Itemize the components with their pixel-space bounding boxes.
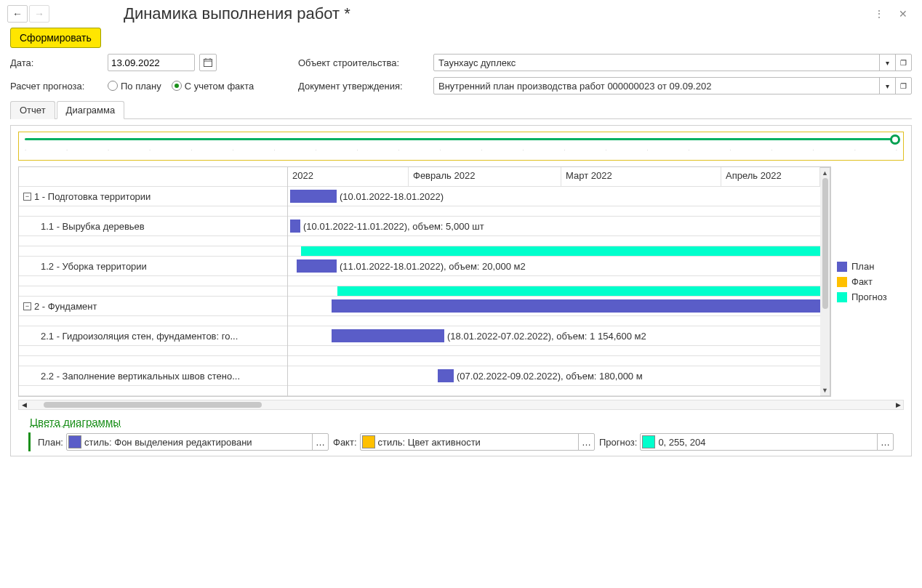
slider-ticks: ······················ bbox=[25, 147, 897, 153]
hscroll-thumb[interactable] bbox=[44, 402, 262, 408]
plan-color-label: План: bbox=[38, 437, 63, 448]
legend-swatch-plan bbox=[837, 262, 847, 272]
gantt-bar-forecast[interactable] bbox=[301, 246, 820, 256]
task-label: 1.1 - Вырубка деревьев bbox=[41, 221, 145, 232]
fact-color-value: стиль: Цвет активности bbox=[378, 437, 578, 448]
radio-by-plan-label: По плану bbox=[121, 81, 161, 92]
task-label: 2 - Фундамент bbox=[34, 301, 97, 312]
task-label: 2.2 - Заполнение вертикальных швов стено… bbox=[41, 371, 240, 382]
month-header: 2022 bbox=[288, 167, 409, 186]
object-value: Таунхаус дуплекс bbox=[434, 57, 879, 68]
gantt-tasks-column: − 1 - Подготовка территории 1.1 - Вырубк… bbox=[19, 167, 288, 396]
task-label: 1 - Подготовка территории bbox=[34, 191, 151, 202]
collapse-icon[interactable]: − bbox=[23, 193, 31, 201]
forecast-color-label: Прогноз: bbox=[599, 437, 637, 448]
gantt-bar-plan[interactable] bbox=[438, 369, 454, 382]
date-input[interactable] bbox=[108, 54, 195, 71]
date-label: Дата: bbox=[10, 57, 102, 68]
doc-dropdown-icon[interactable]: ▾ bbox=[879, 78, 895, 94]
chart-colors-link[interactable]: Цвета диаграммы bbox=[30, 416, 121, 428]
nav-forward-button: → bbox=[29, 5, 49, 23]
ellipsis-icon[interactable]: … bbox=[312, 434, 328, 450]
legend-fact-label: Факт bbox=[851, 276, 873, 287]
legend-swatch-forecast bbox=[837, 292, 847, 302]
tab-report[interactable]: Отчет bbox=[10, 101, 55, 119]
radio-with-fact-label: С учетом факта bbox=[185, 81, 254, 92]
slider-track bbox=[25, 138, 897, 140]
radio-icon bbox=[172, 81, 182, 91]
doc-label: Документ утверждения: bbox=[298, 81, 428, 92]
task-label: 1.2 - Уборка территории bbox=[41, 261, 147, 272]
object-combo[interactable]: Таунхаус дуплекс ▾ ❐ bbox=[433, 54, 912, 71]
ellipsis-icon[interactable]: … bbox=[877, 434, 893, 450]
task-row-group[interactable]: − 2 - Фундамент bbox=[19, 297, 287, 316]
forecast-calc-label: Расчет прогноза: bbox=[10, 81, 102, 92]
generate-button[interactable]: Сформировать bbox=[10, 28, 101, 48]
gantt-bar-forecast[interactable] bbox=[337, 286, 820, 296]
more-icon[interactable]: ⋮ bbox=[874, 8, 884, 20]
scroll-right-icon[interactable]: ▶ bbox=[893, 401, 903, 408]
forecast-color-picker[interactable]: 0, 255, 204 … bbox=[640, 433, 894, 451]
month-header: Февраль 2022 bbox=[409, 167, 561, 186]
close-icon[interactable]: ✕ bbox=[899, 8, 907, 20]
task-row[interactable]: 1.1 - Вырубка деревьев bbox=[19, 217, 287, 236]
bar-label: (07.02.2022-09.02.2022), объем: 180,000 … bbox=[457, 371, 643, 382]
gantt-bar-plan[interactable] bbox=[297, 259, 337, 273]
fact-color-swatch bbox=[362, 435, 375, 448]
month-header: Апрель 2022 bbox=[721, 167, 820, 186]
bar-label: (18.01.2022-07.02.2022), объем: 1 154,60… bbox=[447, 331, 646, 342]
radio-with-fact[interactable]: С учетом факта bbox=[172, 81, 254, 92]
legend-swatch-fact bbox=[837, 277, 847, 287]
horizontal-scrollbar[interactable]: ◀ ▶ bbox=[18, 400, 904, 410]
plan-color-swatch bbox=[68, 435, 81, 448]
bar-label: (10.01.2022-11.01.2022), объем: 5,000 шт bbox=[303, 221, 484, 232]
scroll-up-icon[interactable]: ▲ bbox=[822, 169, 828, 177]
ellipsis-icon[interactable]: … bbox=[578, 434, 594, 450]
svg-rect-0 bbox=[204, 60, 212, 67]
radio-icon bbox=[108, 81, 118, 91]
gantt-timeline: 2022 Февраль 2022 Март 2022 Апрель 2022 … bbox=[288, 167, 820, 396]
nav-back-button[interactable]: ← bbox=[7, 5, 28, 23]
tab-diagram[interactable]: Диаграмма bbox=[57, 101, 125, 119]
doc-open-icon[interactable]: ❐ bbox=[895, 78, 911, 94]
gantt-bar-plan[interactable] bbox=[332, 299, 820, 313]
scroll-left-icon[interactable]: ◀ bbox=[19, 401, 29, 408]
task-row[interactable]: 2.1 - Гидроизоляция стен, фундаментов: г… bbox=[19, 326, 287, 346]
forecast-color-value: 0, 255, 204 bbox=[658, 437, 877, 448]
accent-bar bbox=[28, 432, 31, 451]
gantt-legend: План Факт Прогноз bbox=[831, 166, 904, 397]
task-row-group[interactable]: − 1 - Подготовка территории bbox=[19, 187, 287, 206]
legend-plan-label: План bbox=[851, 261, 874, 272]
plan-color-value: стиль: Фон выделения редактировани bbox=[84, 437, 312, 448]
month-header: Март 2022 bbox=[561, 167, 721, 186]
scroll-down-icon[interactable]: ▼ bbox=[822, 387, 828, 394]
fact-color-label: Факт: bbox=[333, 437, 357, 448]
legend-forecast-label: Прогноз bbox=[851, 291, 887, 302]
object-dropdown-icon[interactable]: ▾ bbox=[879, 55, 895, 71]
vertical-scrollbar[interactable]: ▲ ▼ bbox=[820, 167, 830, 396]
gantt-bar-plan[interactable] bbox=[332, 329, 444, 342]
chart-panel: ······················ − 1 - Подготовка … bbox=[10, 125, 912, 456]
timeline-slider[interactable]: ······················ bbox=[18, 132, 904, 161]
gantt-bar-plan[interactable] bbox=[290, 220, 300, 233]
gantt-bar-plan[interactable] bbox=[290, 190, 337, 203]
object-label: Объект строительства: bbox=[298, 57, 428, 68]
calendar-icon[interactable] bbox=[199, 54, 217, 71]
doc-value: Внутренний план производства работ 00000… bbox=[434, 81, 879, 92]
collapse-icon[interactable]: − bbox=[23, 302, 31, 310]
task-row[interactable]: 1.2 - Уборка территории bbox=[19, 257, 287, 276]
task-label: 2.1 - Гидроизоляция стен, фундаментов: г… bbox=[41, 331, 238, 342]
forecast-color-swatch bbox=[642, 435, 655, 448]
fact-color-picker[interactable]: стиль: Цвет активности … bbox=[360, 433, 595, 451]
object-open-icon[interactable]: ❐ bbox=[895, 55, 911, 71]
scroll-thumb[interactable] bbox=[822, 178, 828, 309]
task-header bbox=[19, 167, 287, 187]
radio-by-plan[interactable]: По плану bbox=[108, 81, 161, 92]
bar-label: (11.01.2022-18.01.2022), объем: 20,000 м… bbox=[340, 261, 526, 272]
bar-label: (10.01.2022-18.01.2022) bbox=[340, 191, 444, 202]
slider-handle[interactable] bbox=[890, 134, 900, 145]
page-title: Динамика выполнения работ * bbox=[124, 4, 874, 23]
task-row[interactable]: 2.2 - Заполнение вертикальных швов стено… bbox=[19, 366, 287, 386]
plan-color-picker[interactable]: стиль: Фон выделения редактировани … bbox=[66, 433, 329, 451]
doc-combo[interactable]: Внутренний план производства работ 00000… bbox=[433, 77, 912, 94]
